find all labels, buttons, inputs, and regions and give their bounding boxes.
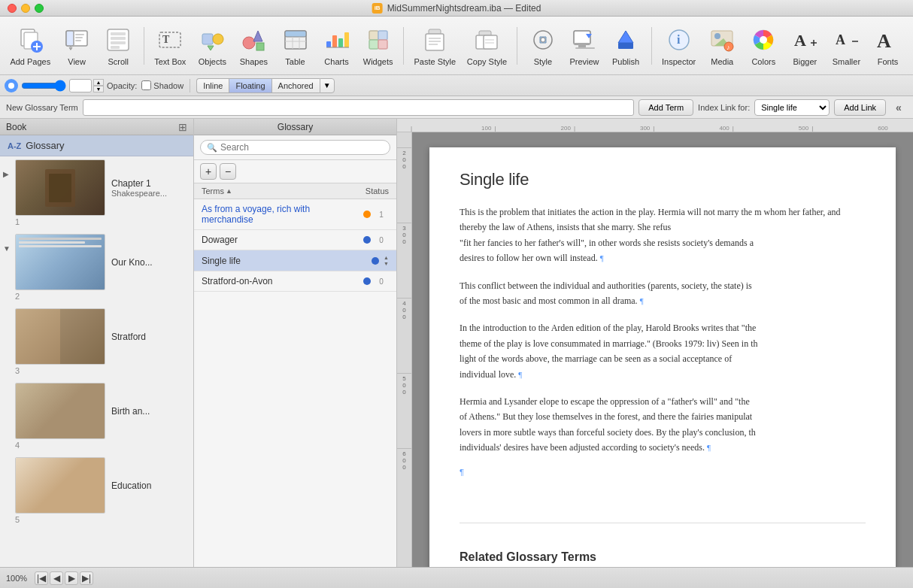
svg-rect-54 — [578, 44, 586, 47]
pilcrow-3: ¶ — [518, 370, 522, 379]
terms-sort-icon[interactable]: ▲ — [226, 187, 232, 195]
svg-rect-13 — [111, 32, 126, 35]
view-button[interactable]: View — [58, 23, 96, 69]
page-title-3: Stratford — [111, 332, 190, 342]
opacity-up-button[interactable]: ▲ — [93, 79, 104, 86]
scroll-to-start-button[interactable]: |◀ — [35, 571, 48, 585]
widgets-button[interactable]: Widgets — [359, 23, 397, 69]
svg-marker-21 — [208, 46, 214, 50]
page-item-5[interactable]: Education 5 — [15, 457, 190, 526]
main-toolbar: Add Pages View — [0, 17, 913, 75]
colors-button[interactable]: Colors — [745, 23, 783, 69]
inline-button[interactable]: Inline — [196, 78, 229, 93]
index-link-select[interactable]: Single life — [754, 99, 830, 116]
glossary-item-selected[interactable]: Single life ▲ ▼ — [194, 250, 396, 271]
svg-rect-52 — [574, 31, 590, 44]
view-label: View — [68, 57, 86, 66]
paste-style-button[interactable]: Paste Style — [410, 23, 460, 69]
svg-rect-14 — [111, 37, 126, 40]
page-row: Stratford 3 — [0, 305, 193, 380]
svg-text:A: A — [836, 32, 845, 47]
text-box-button[interactable]: T Text Box — [150, 23, 190, 69]
add-term-button[interactable]: Add Term — [638, 99, 693, 116]
vertical-ruler: 2 0 0 3 0 0 4 0 0 5 0 0 — [397, 132, 412, 567]
objects-button[interactable]: Objects — [193, 23, 232, 69]
minimize-button[interactable] — [21, 4, 30, 13]
page-title-4: Birth an... — [111, 406, 190, 417]
glossary-remove-button[interactable]: − — [220, 163, 236, 180]
format-toolbar: ▲ ▼ Opacity: Shadow Inline Floating Anch… — [0, 75, 913, 96]
opacity-slider[interactable] — [21, 80, 66, 92]
sidebar-book-title: Book — [6, 122, 26, 132]
close-glossary-button[interactable]: « — [890, 99, 907, 116]
glossary-item[interactable]: Stratford-on-Avon 0 — [194, 271, 396, 292]
bigger-button[interactable]: A Bigger — [786, 23, 824, 69]
index-link-label: Index Link for: — [698, 103, 750, 112]
svg-rect-47 — [484, 35, 497, 49]
publish-button[interactable]: Publish — [607, 23, 645, 69]
glossary-item[interactable]: Dowager 0 — [194, 230, 396, 250]
glossary-add-button[interactable]: + — [200, 163, 217, 180]
media-label: Media — [711, 57, 733, 66]
inspector-button[interactable]: i Inspector — [658, 23, 700, 69]
close-button[interactable] — [8, 4, 17, 13]
sidebar-collapse-button[interactable]: ⊞ — [178, 121, 187, 133]
charts-label: Charts — [324, 57, 348, 66]
scroll-button[interactable]: Scroll — [99, 23, 138, 69]
svg-rect-26 — [285, 31, 306, 37]
media-button[interactable]: ♪ Media — [703, 23, 742, 69]
svg-rect-15 — [111, 41, 126, 44]
copy-style-button[interactable]: Copy Style — [463, 23, 511, 69]
sidebar-glossary-item[interactable]: A-Z Glossary — [0, 135, 193, 156]
style-button[interactable]: Style — [523, 23, 562, 69]
svg-rect-33 — [338, 38, 343, 47]
content-with-ruler: 2 0 0 3 0 0 4 0 0 5 0 0 — [397, 132, 913, 567]
new-term-label: New Glossary Term — [6, 103, 78, 112]
svg-rect-55 — [575, 47, 595, 49]
page-number-4: 4 — [15, 439, 190, 451]
table-button[interactable]: Table — [276, 23, 314, 69]
pilcrow-5: ¶ — [460, 468, 464, 477]
glossary-search-field: 🔍 — [200, 140, 390, 155]
svg-text:♪: ♪ — [726, 44, 730, 51]
floating-button[interactable]: Floating — [229, 78, 271, 93]
add-pages-button[interactable]: Add Pages — [6, 23, 55, 69]
shadow-checkbox[interactable]: Shadow — [141, 80, 184, 90]
svg-point-65 — [760, 36, 767, 44]
add-link-button[interactable]: Add Link — [834, 99, 886, 116]
smaller-button[interactable]: A Smaller — [827, 23, 866, 69]
glossary-item[interactable]: As from a voyage, rich with merchandise … — [194, 199, 396, 230]
svg-rect-56 — [618, 43, 633, 49]
svg-rect-19 — [202, 34, 213, 44]
content-scroll[interactable]: Single life This is the problem that ini… — [412, 132, 913, 567]
smaller-label: Smaller — [833, 57, 860, 66]
page-item-1[interactable]: Chapter 1 Shakespeare... 1 — [15, 159, 190, 228]
page-item-2[interactable]: Our Kno... 2 — [15, 234, 190, 302]
glossary-search-input[interactable] — [220, 142, 384, 153]
page-item-3[interactable]: Stratford 3 — [15, 308, 190, 377]
scroll-to-end-button[interactable]: ▶| — [80, 571, 93, 585]
table-label: Table — [285, 57, 305, 66]
document-title: Single life — [460, 170, 866, 189]
shadow-checkbox-input[interactable] — [141, 80, 151, 90]
preview-button[interactable]: Preview — [565, 23, 603, 69]
opacity-down-button[interactable]: ▼ — [93, 86, 104, 92]
next-page-button[interactable]: ▶ — [65, 571, 78, 585]
glossary-item-name-3: Single life — [202, 256, 372, 266]
previous-page-button[interactable]: ◀ — [50, 571, 63, 585]
layout-dropdown-button[interactable]: ▼ — [320, 78, 335, 93]
toolbar-separator-4 — [651, 27, 652, 65]
shapes-button[interactable]: Shapes — [235, 23, 273, 69]
page-item-4[interactable]: Birth an... 4 — [15, 383, 190, 451]
new-term-input[interactable] — [83, 99, 634, 116]
charts-button[interactable]: Charts — [317, 23, 356, 69]
fonts-button[interactable]: A Fonts — [869, 23, 907, 69]
opacity-value-input[interactable] — [69, 79, 92, 92]
anchored-button[interactable]: Anchored — [271, 78, 320, 93]
page-document: Single life This is the problem that ini… — [429, 147, 896, 567]
maximize-button[interactable] — [35, 4, 44, 13]
scroll-label: Scroll — [108, 57, 129, 66]
page-row: Education 5 — [0, 454, 193, 529]
expand-indicator-1: ▶ — [3, 159, 15, 178]
traffic-lights — [8, 4, 44, 13]
